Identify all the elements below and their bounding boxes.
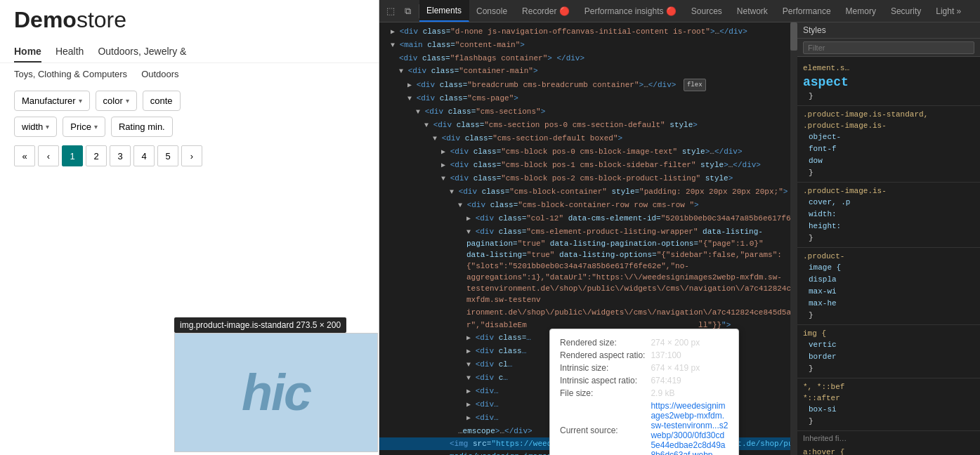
html-line[interactable]: ▶ <div class="cms-block pos-0 cms-block-… [379,145,797,159]
nav-item-outdoors[interactable]: Outdoors, Jewelry & [98,46,186,62]
tab-performance-insights[interactable]: Performance insights 🔴 [577,0,684,22]
triangle-icon[interactable]: ▼ [466,361,471,369]
triangle-icon[interactable]: ▼ [424,121,429,129]
html-line[interactable]: ▼ <div class="cms-block-container" style… [379,185,797,199]
current-source-value[interactable]: https://weedesignimages2webp-mxfdm.sw-te… [651,400,729,455]
style-rule: box-si [797,404,980,416]
nav2-item-outdoors2[interactable]: Outdoors [141,69,178,79]
html-line[interactable]: ▼ <div class="cms-page"> [379,92,797,105]
style-rule: font-f [797,143,980,155]
triangle-icon[interactable]: ▶ [466,388,471,395]
page-btn-prev[interactable]: ‹ [38,145,59,166]
triangle-icon[interactable]: ▶ [441,148,445,156]
html-line[interactable]: <div class="flashbags container"> </div> [379,52,797,65]
triangle-icon[interactable]: ▼ [399,67,403,75]
triangle-icon[interactable]: ▶ [441,161,445,169]
nav-item-health[interactable]: Health [55,46,84,62]
triangle-icon[interactable]: ▼ [433,135,437,143]
triangle-icon[interactable]: ▼ [407,95,412,103]
style-rule: height: [797,220,980,232]
pagination: « ‹ 1 2 3 4 5 › [0,143,379,169]
triangle-icon[interactable]: ▶ [391,28,395,36]
triangle-icon[interactable]: ▼ [441,175,445,183]
tab-memory[interactable]: Memory [839,0,884,22]
nav-item-home[interactable]: Home [14,46,41,62]
intrinsic-aspect-label: Intrinsic aspect ratio: [560,374,651,387]
page-btn-1[interactable]: 1 [62,145,83,166]
scrollbar-thumb[interactable] [790,22,797,51]
rendered-size-label: Rendered size: [560,336,651,349]
html-line[interactable]: ▶ <div class="cms-block pos-1 cms-block-… [379,159,797,172]
triangle-icon[interactable]: ▼ [391,41,395,49]
style-section-product-image: .product-image.is-standard, .product-ima… [797,106,980,183]
style-rule: cover, .p [797,197,980,209]
tab-sources[interactable]: Sources [684,0,730,22]
style-section-product: .product- image { displa max-wi max-he } [797,248,980,325]
style-selector: *, *::bef [797,381,980,393]
triangle-icon[interactable]: ▶ [466,348,471,355]
tab-console[interactable]: Console [469,0,515,22]
html-line[interactable]: ▶ <div class="breadcrumb cms-breadcrumb … [379,78,797,92]
triangle-icon[interactable]: ▶ [466,334,471,342]
html-line[interactable]: ▼ <main class="content-main"> [379,39,797,52]
html-line[interactable]: ▼ <div class="container-main"> [379,65,797,78]
scrollbar-track[interactable] [790,22,797,455]
styles-tab-label[interactable]: Styles [803,25,826,35]
triangle-icon[interactable]: ▶ [407,81,412,89]
style-selector: .product-image.is- [797,185,980,197]
device-icon[interactable]: ⧉ [400,4,414,18]
page-btn-4[interactable]: 4 [133,145,155,166]
file-size-value: 2.9 kB [651,387,729,400]
filter-manufacturer[interactable]: Manufacturer ▾ [14,91,90,111]
style-selector-2: .product-image.is- [797,120,980,131]
tab-more[interactable]: Light » [929,0,969,22]
rendered-aspect-label: Rendered aspect ratio: [560,349,651,362]
html-line[interactable]: ironment.de\/shop\/public\/widgets\/cms\… [379,306,787,319]
tab-security[interactable]: Security [884,0,929,22]
devtools-topbar: ⬚ ⧉ Elements Console Recorder 🔴 Performa… [379,0,980,22]
triangle-icon[interactable]: ▶ [466,215,471,223]
page-btn-5[interactable]: 5 [157,145,178,166]
triangle-icon[interactable]: ▼ [416,108,420,116]
triangle-icon[interactable]: ▼ [466,374,471,382]
html-line[interactable]: ▼ <div class="cms-section-default boxed"… [379,132,797,145]
html-line[interactable]: ▶ <div class="col-12" data-cms-element-i… [379,212,797,225]
tab-performance[interactable]: Performance [776,0,839,22]
style-rule: } [797,363,980,375]
page-btn-3[interactable]: 3 [110,145,131,166]
html-line[interactable]: ▼ <div class="cms-block-container-row ro… [379,199,797,212]
html-line-long[interactable]: ▼ <div class="cms-element-product-listin… [379,225,787,306]
triangle-icon[interactable]: ▶ [466,414,471,422]
styles-filter-input[interactable] [803,41,974,54]
triangle-icon[interactable]: ▼ [458,202,462,209]
image-info-popup: Rendered size: 274 × 200 px Rendered asp… [549,329,739,455]
nav2-item-toys[interactable]: Toys, Clothing & Computers [14,69,127,79]
filter-color[interactable]: color ▾ [96,91,137,111]
tab-recorder[interactable]: Recorder 🔴 [515,0,577,22]
style-selector: element.s… [797,62,980,74]
triangle-icon[interactable]: ▼ [466,228,471,236]
page-btn-next[interactable]: › [181,145,202,166]
page-btn-2[interactable]: 2 [86,145,107,166]
html-line[interactable]: ▼ <div class="cms-section pos-0 cms-sect… [379,119,797,132]
site-nav-secondary: Toys, Clothing & Computers Outdoors [0,63,379,85]
filter-rating[interactable]: Rating min. [111,117,173,137]
triangle-icon[interactable]: ▼ [450,188,454,196]
style-rule: dow [797,155,980,167]
triangle-icon[interactable]: ▶ [466,401,471,409]
filter-conte[interactable]: conte [143,91,181,111]
filter-manufacturer-arrow: ▾ [79,97,82,105]
tab-elements[interactable]: Elements [419,0,469,22]
filter-width[interactable]: width ▾ [14,117,57,137]
page-btn-first[interactable]: « [14,145,35,166]
html-line[interactable]: ▼ <div class="cms-block pos-2 cms-block-… [379,172,797,185]
tab-network[interactable]: Network [730,0,776,22]
inspect-icon[interactable]: ⬚ [384,4,398,18]
rendered-size-value: 274 × 200 px [651,336,729,349]
html-line[interactable]: ▶ <div class="d-none js-navigation-offca… [379,25,797,39]
filter-price[interactable]: Price ▾ [63,117,105,137]
style-section-img: img { vertic border } [797,325,980,378]
html-line[interactable]: ▼ <div class="cms-sections"> [379,105,797,119]
style-rule: } [797,310,980,322]
product-image: hic [174,333,378,452]
